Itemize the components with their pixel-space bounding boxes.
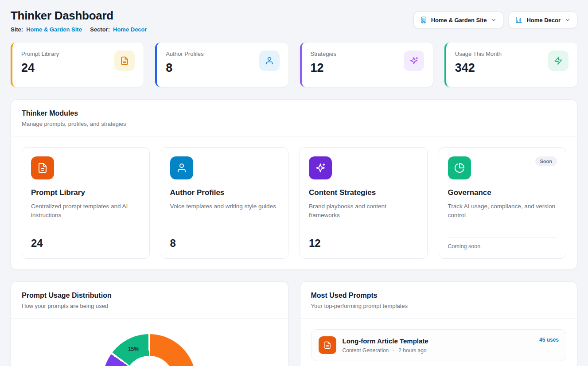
- sector-selector-label: Home Decor: [526, 17, 561, 23]
- stat-label: Author Profiles: [166, 51, 203, 57]
- usage-panel-subtitle: How your prompts are being used: [22, 303, 277, 309]
- sector-selector-dropdown[interactable]: Home Decor: [509, 12, 577, 28]
- stat-value: 24: [21, 61, 59, 75]
- sparkles-icon: [309, 156, 332, 179]
- modules-grid: Prompt Library Centralized prompt templa…: [11, 136, 577, 269]
- separator-dot: ·: [393, 347, 394, 354]
- stats-row: Prompt Library 24 Author Profiles 8 Stra…: [11, 43, 577, 87]
- usage-donut-chart: 15%: [103, 334, 196, 366]
- building-icon: [420, 16, 427, 23]
- document-icon: [31, 156, 54, 179]
- prompt-category: Content Generation: [343, 347, 389, 354]
- soon-badge: Soon: [535, 156, 557, 166]
- pie-chart-icon: [448, 156, 471, 179]
- site-label: Site:: [11, 26, 23, 33]
- prompt-title: Long-form Article Template: [343, 337, 428, 345]
- coming-soon-note: Coming soon: [448, 243, 557, 249]
- separator-dot: ·: [85, 26, 87, 33]
- module-card-prompt-library[interactable]: Prompt Library Centralized prompt templa…: [22, 147, 150, 259]
- stat-card-prompt-library: Prompt Library 24: [11, 43, 144, 87]
- prompt-meta: Content Generation · 2 hours ago: [343, 347, 428, 354]
- module-description: Brand playbooks and content frameworks: [309, 202, 418, 220]
- stat-text: Prompt Library 24: [21, 51, 59, 75]
- prompt-item-text: Long-form Article Template Content Gener…: [343, 337, 428, 354]
- zap-icon: [548, 51, 569, 71]
- modules-panel-subtitle: Manage prompts, profiles, and strategies: [22, 121, 566, 127]
- stat-value: 342: [455, 61, 502, 75]
- thinker-dashboard-page: Thinker Dashboard Site: Home & Garden Si…: [0, 0, 588, 366]
- site-link[interactable]: Home & Garden Site: [26, 26, 82, 33]
- divider: [448, 237, 557, 238]
- bar-chart-icon: [515, 16, 522, 23]
- sector-link[interactable]: Home Decor: [113, 26, 147, 33]
- module-title: Governance: [448, 188, 557, 197]
- site-selector-label: Home & Garden Site: [431, 17, 487, 23]
- module-description: Centralized prompt templates and AI inst…: [31, 202, 140, 220]
- most-used-prompts-panel: Most Used Prompts Your top-performing pr…: [300, 281, 578, 366]
- chart-area: 15%: [11, 319, 288, 366]
- donut-segment-label: 15%: [128, 346, 139, 352]
- prompts-panel-subtitle: Your top-performing prompt templates: [311, 303, 567, 309]
- stat-text: Strategies 12: [311, 51, 337, 75]
- bottom-row: Prompt Usage Distribution How your promp…: [11, 281, 577, 366]
- stat-value: 8: [166, 61, 203, 75]
- usage-panel-title: Prompt Usage Distribution: [22, 292, 277, 300]
- module-card-governance: Soon Governance Track AI usage, complian…: [439, 147, 567, 259]
- prompt-list: Long-form Article Template Content Gener…: [300, 319, 577, 366]
- page-title: Thinker Dashboard: [11, 9, 147, 23]
- module-count: 24: [31, 230, 140, 249]
- stat-label: Strategies: [311, 51, 337, 57]
- breadcrumb: Site: Home & Garden Site · Sector: Home …: [11, 26, 147, 33]
- prompt-list-item[interactable]: Long-form Article Template Content Gener…: [311, 329, 567, 361]
- stat-value: 12: [311, 61, 337, 75]
- prompt-uses-badge: 45 uses: [539, 337, 559, 343]
- sector-label: Sector:: [90, 26, 110, 33]
- module-card-author-profiles[interactable]: Author Profiles Voice templates and writ…: [161, 147, 289, 259]
- stat-card-strategies: Strategies 12: [300, 43, 433, 87]
- document-icon: [114, 51, 135, 71]
- modules-panel-header: Thinker Modules Manage prompts, profiles…: [11, 100, 577, 136]
- document-icon: [319, 336, 336, 354]
- stat-text: Usage This Month 342: [455, 51, 502, 75]
- chevron-down-icon: [565, 17, 571, 23]
- module-count: 12: [309, 230, 418, 249]
- module-card-content-strategies[interactable]: Content Strategies Brand playbooks and c…: [300, 147, 428, 259]
- module-title: Prompt Library: [31, 188, 140, 197]
- chevron-down-icon: [491, 17, 497, 23]
- prompts-panel-title: Most Used Prompts: [311, 292, 567, 300]
- usage-distribution-panel: Prompt Usage Distribution How your promp…: [11, 281, 288, 366]
- stat-label: Prompt Library: [21, 51, 59, 57]
- stat-label: Usage This Month: [455, 51, 502, 57]
- modules-panel-title: Thinker Modules: [22, 109, 566, 117]
- page-header: Thinker Dashboard Site: Home & Garden Si…: [11, 9, 577, 33]
- sparkles-icon: [404, 51, 424, 71]
- thinker-modules-panel: Thinker Modules Manage prompts, profiles…: [11, 99, 577, 270]
- user-icon: [259, 51, 280, 71]
- prompt-time: 2 hours ago: [398, 347, 426, 354]
- stat-card-usage: Usage This Month 342: [444, 43, 577, 87]
- module-title: Author Profiles: [170, 188, 280, 197]
- site-selector-dropdown[interactable]: Home & Garden Site: [413, 12, 504, 28]
- usage-panel-header: Prompt Usage Distribution How your promp…: [11, 282, 288, 319]
- header-left: Thinker Dashboard Site: Home & Garden Si…: [11, 9, 147, 33]
- module-description: Voice templates and writing style guides: [170, 202, 280, 211]
- header-selectors: Home & Garden Site Home Decor: [413, 9, 577, 28]
- stat-text: Author Profiles 8: [166, 51, 203, 75]
- prompts-panel-header: Most Used Prompts Your top-performing pr…: [300, 282, 577, 319]
- module-title: Content Strategies: [309, 188, 418, 197]
- module-top-row: Soon: [448, 156, 557, 179]
- module-description: Track AI usage, compliance, and version …: [448, 202, 557, 220]
- stat-card-author-profiles: Author Profiles 8: [155, 43, 288, 87]
- user-icon: [170, 156, 193, 179]
- module-count: 8: [170, 230, 280, 249]
